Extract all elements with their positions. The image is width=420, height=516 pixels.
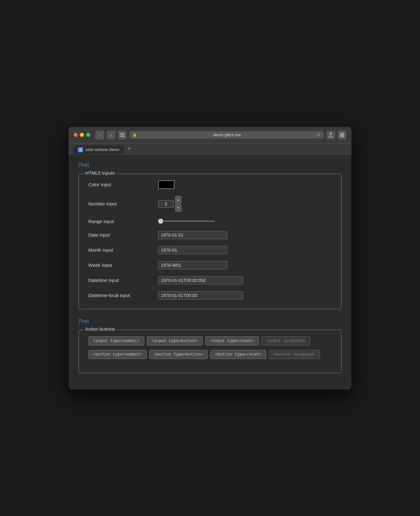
datetime-input-label: Datetime input [88,278,154,283]
number-input-label: Number input [88,201,154,206]
date-input-label: Date input [88,232,154,238]
sidebar-button[interactable] [118,131,127,139]
page-content: [Top] HTML5 inputs Color input Number in… [69,154,351,390]
top-link-2[interactable]: [Top] [79,318,89,323]
week-input-label: Week input [88,262,154,268]
refresh-button[interactable]: ↺ [317,132,321,137]
datetime-local-input[interactable] [158,291,243,300]
color-input-row: Color input [88,180,332,189]
input-disabled-button: <input disabled> [262,336,310,345]
action-legend: Action buttons [83,326,117,332]
datetime-input-row: Datetime input [88,276,332,284]
toolbar-right [326,131,346,139]
tab-bar: c color-scheme Demo + [69,143,351,154]
maximize-button[interactable] [86,133,90,137]
range-input-label: Range input [88,219,154,224]
share-button[interactable] [326,131,335,139]
html5-legend: HTML5 inputs [83,170,116,176]
datetime-input[interactable] [158,276,243,284]
action-buttons-section: Action buttons <input type=submit> <inpu… [79,330,341,373]
title-bar: ‹ › 🔒 demo.glitch.me ↺ [69,127,351,143]
month-input-label: Month input [88,247,154,253]
button-disabled-button: <button disabled> [269,350,320,359]
number-input[interactable] [158,200,174,208]
svg-rect-6 [342,135,344,137]
datetime-local-input-label: Datetime-local input [88,293,154,298]
range-input[interactable] [158,221,215,222]
svg-rect-3 [340,133,342,135]
input-submit-button[interactable]: <input type=submit> [88,336,144,345]
input-buttons-group: <input type=submit> <input type=button> … [88,336,332,345]
number-decrement-button[interactable]: ▼ [175,204,181,212]
date-input-row: Date input [88,231,332,239]
button-button-button[interactable]: <button type=button> [149,350,208,359]
date-input[interactable] [158,231,227,239]
button-submit-button[interactable]: <button type=submit> [88,350,147,359]
input-button-button[interactable]: <input type=button> [147,336,203,345]
back-button[interactable]: ‹ [95,131,104,139]
svg-rect-1 [120,135,124,135]
svg-rect-0 [120,133,124,134]
top-link-1[interactable]: [Top] [79,162,89,167]
input-reset-button[interactable]: <input type=reset> [205,336,259,345]
browser-window: ‹ › 🔒 demo.glitch.me ↺ [69,127,351,390]
button-buttons-group: <button type=submit> <button type=button… [88,350,332,359]
month-input[interactable] [158,246,227,254]
svg-rect-2 [120,136,124,137]
new-tab-button[interactable]: + [125,146,134,154]
number-input-row: Number input ▲ ▼ [88,196,332,212]
tab-favicon: c [78,147,83,152]
html5-inputs-section: HTML5 inputs Color input Number input ▲ … [79,174,341,309]
active-tab[interactable]: c color-scheme Demo [74,145,124,154]
svg-rect-5 [340,135,342,137]
address-bar[interactable]: 🔒 demo.glitch.me ↺ [129,131,324,139]
minimize-button[interactable] [80,133,84,137]
new-tab-overview-button[interactable] [338,131,346,139]
range-input-row: Range input [88,219,332,224]
week-input-row: Week input [88,261,332,269]
datetime-local-input-row: Datetime-local input [88,291,332,300]
tab-title: color-scheme Demo [86,148,119,152]
svg-rect-4 [342,133,344,135]
number-increment-button[interactable]: ▲ [175,196,181,204]
color-input[interactable] [158,180,174,189]
lock-icon: 🔒 [132,133,137,137]
week-input[interactable] [158,261,227,269]
month-input-row: Month input [88,246,332,254]
color-input-label: Color input [88,182,154,187]
address-text: demo.glitch.me [139,132,315,137]
forward-button[interactable]: › [107,131,115,139]
traffic-lights [74,133,90,137]
button-reset-button[interactable]: <button type=reset> [210,350,266,359]
number-input-wrap: ▲ ▼ [158,196,181,212]
close-button[interactable] [74,133,78,137]
